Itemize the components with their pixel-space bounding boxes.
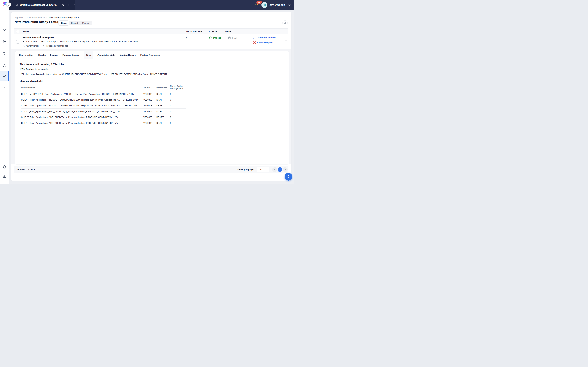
breadcrumb-current: New Production-Ready Feature [49, 17, 80, 19]
tiles-shared-title: Tiles are shared with: [20, 80, 289, 83]
stepper-chevrons-icon [266, 168, 268, 171]
tiles-panel: This feature will be using 1 Tile Jobs. … [15, 59, 289, 126]
page-title: New Production-Ready Feature [15, 20, 60, 24]
tab-feature-relevance[interactable]: Feature Relevance [140, 51, 160, 59]
status-filter-segmented: Open Closed Merged [59, 21, 92, 25]
refresh-icon [42, 45, 44, 47]
request-feature-name: Feature Name: CLIENT_Prior_Applications_… [23, 40, 138, 43]
page-next-button[interactable] [283, 167, 287, 172]
column-status: Status [225, 28, 231, 34]
request-meta: Xavier Conort | Requested 3 minutes ago [23, 45, 68, 47]
circle-check-icon [209, 36, 212, 39]
table-row[interactable]: CLIENT_Prior_Applications_AMT_CREDITs_by… [21, 120, 186, 126]
collapse-row-button[interactable] [285, 39, 287, 42]
tab-checks[interactable]: Checks [38, 51, 46, 59]
table-row[interactable]: CLIENT_Prior_Application_PRODUCT_COMBINA… [21, 103, 186, 108]
tab-request-source[interactable]: Request Source [62, 51, 79, 59]
tab-feature[interactable]: Feature [50, 51, 58, 59]
shared-tiles-table: Feature Name Version Readiness No. of Ac… [21, 84, 186, 126]
checklist-icon [253, 36, 256, 39]
tile-jobs-value: 1 [186, 37, 187, 39]
settings-gear-icon[interactable] [67, 3, 70, 7]
tiles-schedule-line: 1 Tile Job every 1440 min: Aggregation b… [20, 73, 289, 75]
tiles-headline: This feature will be using 1 Tile Jobs. [20, 63, 289, 66]
breadcrumb-separator: > [46, 17, 48, 19]
row-checkbox[interactable] [16, 40, 19, 43]
column-tile-jobs: No. of Tile Jobs [186, 28, 202, 34]
request-table-header: Name No. of Tile Jobs Checks Status [14, 28, 288, 34]
activity-icon [3, 86, 6, 90]
avatar[interactable]: XC [261, 2, 267, 8]
search-button[interactable] [282, 20, 287, 25]
column-deployments: No. of Active Deployments [170, 85, 186, 90]
expand-sidebar-button[interactable] [7, 2, 11, 7]
user-menu-chevron-down-icon[interactable] [288, 4, 291, 6]
topbar: Credit Default Dataset UI Tutorial [9, 0, 294, 10]
table-row[interactable]: CLIENT_Prior_Applications_AMT_CREDITs_by… [21, 114, 186, 120]
shield-check-icon [3, 165, 6, 169]
page-prev-button[interactable] [272, 167, 277, 172]
filter-open[interactable]: Open [59, 21, 69, 25]
sidebar-item-user-search[interactable] [0, 173, 9, 181]
close-request-action[interactable]: Close Request [253, 41, 273, 44]
breadcrumb-separator: > [24, 17, 25, 19]
sidebar-item-experiments[interactable] [0, 62, 9, 69]
notifications-bell-icon[interactable]: 561 [255, 3, 259, 8]
request-title[interactable]: Feature Promotion Request [23, 36, 54, 39]
tab-conversation[interactable]: Conversation [19, 51, 33, 59]
tab-version-history[interactable]: Version History [119, 51, 136, 59]
breadcrumb-feature-requests[interactable]: Feature Requests [27, 17, 45, 19]
column-readiness: Readiness [156, 86, 170, 89]
rows-per-page-select[interactable]: 100 [257, 167, 269, 172]
chevron-right-icon [285, 168, 286, 171]
detail-tabs: Conversation Checks Feature Request Sour… [15, 51, 289, 59]
search-icon [284, 22, 286, 24]
sidebar-divider [0, 159, 9, 159]
results-footer: Results: 1 - 1 of 1 Rows per page: 100 1 [14, 166, 288, 173]
filter-closed[interactable]: Closed [69, 21, 80, 25]
help-button[interactable]: ? [285, 173, 292, 181]
select-all-checkbox[interactable] [16, 30, 19, 33]
column-feature-name: Feature Name [21, 86, 143, 89]
app-window: Credit Default Dataset UI Tutorial [0, 0, 294, 184]
lifecycle-status: Draft [228, 36, 237, 39]
column-version: Version [143, 86, 156, 89]
main-content-card: Approve > Feature Requests > New Product… [11, 12, 291, 181]
project-selector[interactable]: Credit Default Dataset UI Tutorial [9, 0, 75, 10]
notification-badge: 561 [256, 1, 262, 4]
table-row[interactable]: CLIENT_Prior_Application_PRODUCT_COMBINA… [21, 97, 186, 103]
sidebar-item-governance[interactable] [0, 163, 9, 171]
user-icon [23, 45, 25, 47]
checks-status: Passed [209, 36, 221, 39]
breadcrumb: Approve > Feature Requests > New Product… [15, 17, 80, 19]
rows-per-page-label: Rows per page: [237, 168, 254, 171]
sidebar-item-ideas[interactable] [0, 50, 9, 57]
chevron-right-icon [8, 4, 10, 6]
approve-check-icon [3, 74, 6, 78]
tab-associated-lists[interactable]: Associated Lists [98, 51, 115, 59]
requested-ago: Requested 3 minutes ago [45, 45, 68, 47]
filter-merged[interactable]: Merged [80, 21, 92, 25]
sidebar-item-approve[interactable] [0, 71, 9, 81]
project-menu-chevron-down-icon[interactable] [73, 4, 75, 6]
sidebar-item-explore[interactable] [0, 26, 9, 34]
x-mark-icon [253, 41, 256, 44]
tiles-enable-line: 1 Tile Job has to be enabled. [20, 68, 289, 70]
sidebar-item-activity[interactable] [0, 84, 9, 91]
table-row[interactable]: CLIENT_Prior_Applications_AMT_CREDITs_by… [21, 108, 186, 114]
request-detail-card: Conversation Checks Feature Request Sour… [15, 51, 289, 164]
tab-tiles[interactable]: Tiles [84, 51, 93, 59]
breadcrumb-approve[interactable]: Approve [15, 17, 23, 19]
draft-document-icon [228, 36, 231, 39]
flask-icon [3, 64, 6, 67]
chevron-up-icon [285, 39, 287, 41]
telescope-icon [3, 28, 6, 32]
share-icon[interactable] [62, 3, 65, 7]
request-review-action[interactable]: Request Review [253, 36, 276, 39]
lightbulb-icon [3, 51, 6, 55]
project-title: Credit Default Dataset UI Tutorial [20, 4, 57, 6]
table-row[interactable]: CLIENT_vs_OVERALL_Prior_Applications_AMT… [21, 91, 186, 97]
sidebar-item-insights[interactable] [0, 38, 9, 45]
feature-request-row: Feature Promotion Request Feature Name: … [14, 34, 288, 49]
page-1-button[interactable]: 1 [277, 167, 282, 172]
